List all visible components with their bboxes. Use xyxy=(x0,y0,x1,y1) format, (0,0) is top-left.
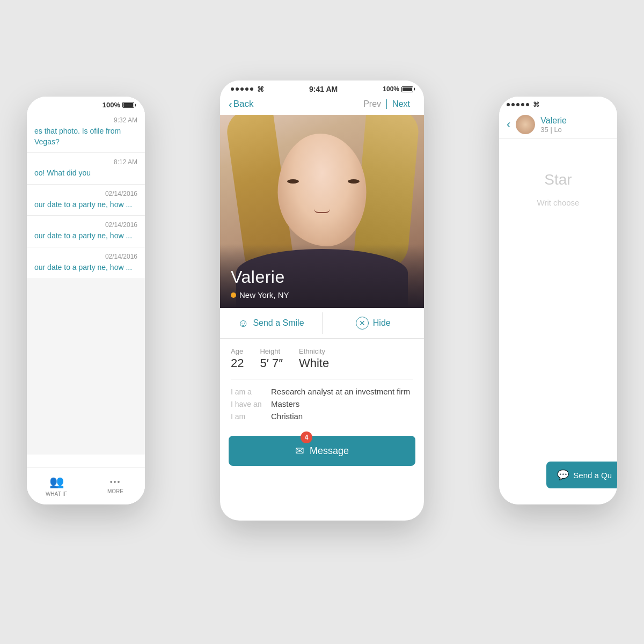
profile-details: Age 22 Height 5′ 7″ Ethnicity White I am… xyxy=(220,339,424,429)
nav-actions: Prev Next xyxy=(358,99,415,109)
messages-list: 9:32 AM es that photo. Is ofile from Veg… xyxy=(27,111,145,455)
stat-ethnicity: Ethnicity White xyxy=(299,347,329,370)
nav-bar: ‹ Back Prev Next xyxy=(220,96,424,115)
smile-icon: ☺ xyxy=(238,317,248,330)
education-key: I have an xyxy=(231,400,266,408)
religion-value: Christian xyxy=(271,412,303,421)
back-chevron-icon: ‹ xyxy=(229,99,232,109)
list-item[interactable]: 8:12 AM oo! What did you xyxy=(27,153,145,185)
profile-name-overlay: Valerie New York, NY xyxy=(220,246,424,308)
right-avatar xyxy=(516,115,535,134)
smile-label: Send a Smile xyxy=(253,318,304,328)
right-user-name: Valerie xyxy=(540,116,610,126)
left-status-bar: 100% xyxy=(27,97,145,111)
status-time: 9:41 AM xyxy=(309,85,338,93)
message-text: our date to a party ne, how ... xyxy=(34,231,137,241)
back-label: Back xyxy=(233,99,254,109)
detail-row-education: I have an Masters xyxy=(231,399,413,408)
next-button[interactable]: Next xyxy=(387,99,415,109)
signal-dot-1 xyxy=(231,87,234,91)
message-envelope-icon: ✉ xyxy=(295,444,304,457)
left-phone: 100% 9:32 AM es that photo. Is ofile fro… xyxy=(27,97,145,504)
stat-age: Age 22 xyxy=(231,347,244,370)
message-time: 02/14/2016 xyxy=(34,221,137,229)
tab-more-label: MORE xyxy=(107,488,123,494)
message-button[interactable]: 4 ✉ Message xyxy=(229,436,415,466)
age-value: 22 xyxy=(231,356,244,370)
message-time: 02/14/2016 xyxy=(34,190,137,197)
center-battery-icon xyxy=(401,86,413,92)
center-battery: 100% xyxy=(383,85,413,93)
send-question-label: Send a Qu xyxy=(573,471,612,480)
list-item[interactable]: 02/14/2016 our date to a party ne, how .… xyxy=(27,216,145,247)
center-status-bar: ⌘ 9:41 AM 100% xyxy=(220,80,424,96)
right-phone: ⌘ ‹ Valerie 35 | Lo Star Writ choose xyxy=(499,97,617,504)
send-smile-button[interactable]: ☺ Send a Smile xyxy=(220,308,322,338)
wifi-icon: ⌘ xyxy=(257,85,264,93)
back-button[interactable]: ‹ Back xyxy=(229,99,253,109)
profile-location: New York, NY xyxy=(231,290,413,299)
message-text: our date to a party ne, how ... xyxy=(34,200,137,210)
hide-label: Hide xyxy=(373,318,391,328)
send-question-button[interactable]: 💬 Send a Qu xyxy=(546,462,617,488)
message-time: 02/14/2016 xyxy=(34,253,137,260)
stats-row: Age 22 Height 5′ 7″ Ethnicity White xyxy=(231,347,413,370)
question-icon: 💬 xyxy=(557,469,569,481)
left-status-right: 100% xyxy=(103,101,134,109)
whatif-icon: 👥 xyxy=(49,475,64,489)
message-text: our date to a party ne, how ... xyxy=(34,262,137,273)
tab-whatif-label: WHAT IF xyxy=(46,491,67,497)
detail-row-profession: I am a Research analyst at an investment… xyxy=(231,387,413,396)
message-text: es that photo. Is ofile from Vegas? xyxy=(34,126,137,147)
ethnicity-label: Ethnicity xyxy=(299,347,329,355)
right-body: Star Writ choose xyxy=(499,139,617,220)
center-phone: ⌘ 9:41 AM 100% ‹ Back Prev Next xyxy=(220,80,424,521)
education-value: Masters xyxy=(271,399,299,408)
right-back-chevron-icon[interactable]: ‹ xyxy=(507,119,510,130)
detail-rows: I am a Research analyst at an investment… xyxy=(231,387,413,421)
height-label: Height xyxy=(260,347,283,355)
signal-dot-5 xyxy=(250,87,253,91)
center-battery-text: 100% xyxy=(383,85,399,93)
right-signal: ⌘ xyxy=(507,101,539,108)
height-value: 5′ 7″ xyxy=(260,356,283,370)
start-title: Star xyxy=(510,171,606,188)
tab-whatif[interactable]: 👥 WHAT IF xyxy=(27,467,86,504)
left-battery-icon xyxy=(122,102,134,108)
location-text: New York, NY xyxy=(239,290,289,299)
action-buttons: ☺ Send a Smile ✕ Hide xyxy=(220,308,424,339)
profession-key: I am a xyxy=(231,387,266,396)
tab-more[interactable]: ••• MORE xyxy=(86,467,145,504)
message-time: 9:32 AM xyxy=(34,116,137,124)
religion-key: I am xyxy=(231,412,266,421)
signal-dot-4 xyxy=(245,87,248,91)
list-item[interactable]: 02/14/2016 our date to a party ne, how .… xyxy=(27,247,145,279)
right-user-info: Valerie 35 | Lo xyxy=(540,116,610,134)
hide-button[interactable]: ✕ Hide xyxy=(323,308,425,338)
list-item[interactable]: 9:32 AM es that photo. Is ofile from Veg… xyxy=(27,111,145,153)
list-item[interactable]: 02/14/2016 our date to a party ne, how .… xyxy=(27,185,145,216)
hide-icon: ✕ xyxy=(356,317,369,330)
detail-row-religion: I am Christian xyxy=(231,412,413,421)
message-badge: 4 xyxy=(301,431,312,443)
profile-image-container: Valerie New York, NY xyxy=(220,115,424,308)
bottom-tabs: 👥 WHAT IF ••• MORE xyxy=(27,467,145,504)
location-dot-icon xyxy=(231,292,236,298)
stat-height: Height 5′ 7″ xyxy=(260,347,283,370)
signal-dot-3 xyxy=(240,87,244,91)
right-status-bar: ⌘ xyxy=(499,97,617,111)
message-time: 8:12 AM xyxy=(34,158,137,166)
profession-value: Research analyst at an investment firm xyxy=(271,387,410,396)
start-subtitle: Writ choose xyxy=(510,197,606,209)
more-icon: ••• xyxy=(110,478,121,486)
phones-container: 100% 9:32 AM es that photo. Is ofile fro… xyxy=(27,54,617,590)
age-label: Age xyxy=(231,347,244,355)
center-signal: ⌘ xyxy=(231,85,264,93)
message-label: Message xyxy=(310,445,349,457)
right-wifi-icon: ⌘ xyxy=(533,101,539,108)
prev-button[interactable]: Prev xyxy=(358,99,386,109)
message-text: oo! What did you xyxy=(34,168,137,179)
ethnicity-value: White xyxy=(299,356,329,370)
right-user-sub: 35 | Lo xyxy=(540,126,610,134)
left-battery-text: 100% xyxy=(103,101,120,109)
